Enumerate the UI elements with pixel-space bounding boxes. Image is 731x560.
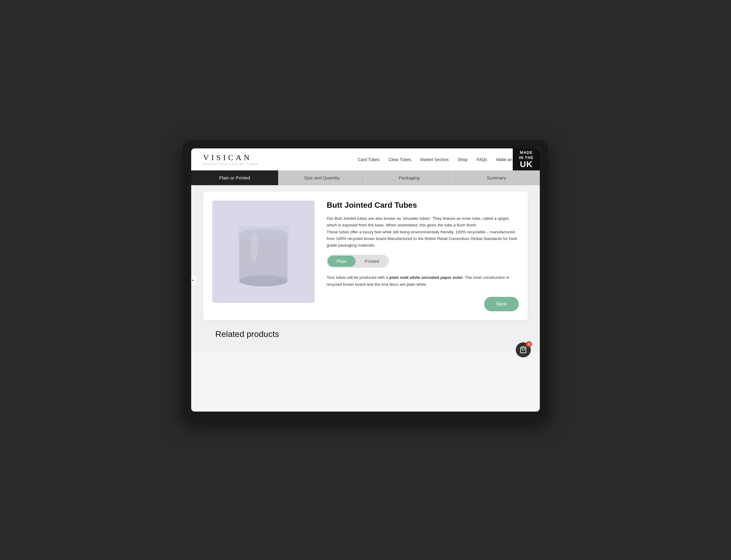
nav-market-sectors[interactable]: Market Sectors (420, 157, 449, 162)
product-title: Butt Jointed Card Tubes (327, 201, 519, 210)
next-button[interactable]: Next (484, 297, 519, 311)
cart-icon (520, 346, 527, 353)
tab-summary[interactable]: Summary (453, 170, 540, 185)
cart-count: 4 (526, 341, 532, 347)
printed-button[interactable]: Printed (356, 256, 388, 267)
tab-packaging[interactable]: Packaging (366, 170, 453, 185)
related-products-title: Related products (203, 329, 528, 345)
logo-tagline: DISTINCTIVE LUXURY TUBES (203, 163, 259, 166)
made-in-uk-line1: MADE (520, 150, 533, 155)
cart-button[interactable]: 4 (516, 342, 531, 357)
svg-point-2 (239, 275, 288, 286)
product-image (212, 201, 315, 303)
svg-point-6 (251, 232, 258, 262)
made-in-uk-badge: MADE IN THE UK (513, 148, 540, 170)
tab-plain-or-printed[interactable]: Plain or Printed (191, 170, 278, 185)
tab-size-and-quantity[interactable]: Size and Quantity (278, 170, 366, 185)
made-in-uk-line2: IN THE (519, 155, 534, 160)
progress-tabs: Plain or Printed Size and Quantity Packa… (191, 170, 540, 185)
nav-clear-tubes[interactable]: Clear Tubes (389, 157, 411, 162)
nav-shop[interactable]: Shop (458, 157, 468, 162)
nav-card-tubes[interactable]: Card Tubes (358, 157, 379, 162)
main-nav: Card Tubes Clear Tubes Market Sectors Sh… (358, 157, 528, 162)
logo-text: VISICAN (203, 153, 252, 162)
svg-point-5 (238, 229, 289, 241)
header: VISICAN DISTINCTIVE LUXURY TUBES Card Tu… (191, 148, 540, 170)
logo[interactable]: VISICAN DISTINCTIVE LUXURY TUBES (203, 153, 259, 166)
product-card: Butt Jointed Card Tubes Our Butt Jointed… (203, 191, 528, 320)
plain-button[interactable]: Plain (328, 256, 356, 267)
product-desc-1: Our Butt Jointed tubes are also known as… (327, 215, 519, 249)
made-in-uk-line3: UK (519, 160, 534, 169)
sidebar-expand-arrow[interactable]: ► (191, 275, 195, 285)
plain-description: Your tubes will be produced with a plain… (327, 274, 519, 288)
plain-printed-toggle: Plain Printed (327, 255, 389, 268)
main-content: Butt Jointed Card Tubes Our Butt Jointed… (191, 185, 540, 351)
product-detail: Butt Jointed Card Tubes Our Butt Jointed… (327, 201, 519, 311)
nav-faqs[interactable]: FAQs (477, 157, 487, 162)
